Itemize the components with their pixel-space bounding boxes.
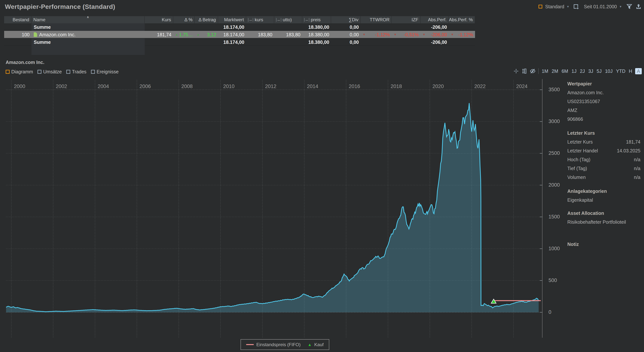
column-header-abs_perf_pct[interactable]: Abs.Perf. % — [449, 16, 475, 23]
table-row-security[interactable]: 100Amazon.com Inc.181,74▲1,75…▲3,1218.17… — [4, 31, 475, 38]
column-header-name[interactable]: Name∧ — [32, 16, 145, 23]
cell-delta_betrag — [195, 38, 218, 46]
active-tab-icon — [6, 70, 10, 74]
column-header-ttwror[interactable]: TTWROR — [361, 16, 392, 23]
info-line: Amazon.com Inc. — [567, 88, 640, 97]
kauf-legend-label: Kauf — [314, 342, 324, 347]
chevron-down-icon[interactable]: ▾ — [567, 5, 569, 8]
vertical-scale-icon[interactable] — [522, 68, 527, 74]
x-axis-label: 2002 — [56, 84, 67, 89]
period-button-10j[interactable]: 10J — [605, 68, 613, 74]
cell-value: 181,74 — [157, 32, 172, 37]
cell-delta_betrag: ▲3,12 — [195, 31, 218, 38]
column-header-label: Δ Betrag — [198, 17, 216, 22]
triangle-down-icon: ▼ — [422, 33, 426, 36]
view-type-icon — [538, 5, 542, 8]
sorted-column-shade — [32, 46, 145, 55]
cell-marktwert: 18.174,00 — [218, 38, 246, 46]
security-title: Amazon.com Inc. — [6, 60, 44, 65]
column-header-einstandskurs[interactable]: ↔kurs — [246, 16, 274, 23]
export-icon[interactable] — [635, 3, 642, 10]
kauf-marker[interactable] — [491, 299, 496, 303]
column-header-label: TTWROR — [370, 17, 390, 22]
filter-icon[interactable] — [626, 3, 632, 10]
cell-izf: ▼-0,51% — [392, 31, 420, 38]
security-name-label: Summe — [34, 39, 51, 45]
table-row-sum[interactable]: Summe18.174,0018.380,000,00-206,00 — [4, 23, 475, 31]
tab-icon — [91, 70, 95, 74]
x-axis-label: 2018 — [391, 84, 402, 89]
info-pair-label: Hoch (Tag) — [567, 157, 590, 162]
tab-label: Ereignisse — [97, 69, 119, 74]
period-button-6m[interactable]: 6M — [561, 68, 569, 74]
cell-einstandspreis: 18.380,00 — [302, 31, 331, 38]
info-pair-value: n/a — [634, 157, 640, 162]
column-header-kurs[interactable]: Kurs — [145, 16, 173, 23]
chart-canvas: 2000200220042006200820102012201420162018… — [6, 79, 543, 338]
x-axis-label: 2008 — [182, 84, 193, 89]
toolbar-divider — [538, 68, 539, 74]
period-button-1j[interactable]: 1J — [571, 68, 577, 74]
cell-name: Summe — [32, 23, 145, 31]
chart-period-buttons: 1M2M6M1J2J3J5J10JYTDHA — [541, 68, 642, 74]
period-button-h[interactable]: H — [628, 68, 632, 74]
column-header-label: Δ % — [184, 17, 192, 22]
cell-value: -1,12% — [458, 32, 473, 37]
period-button-ytd[interactable]: YTD — [616, 68, 626, 74]
info-pair: Volumenn/a — [567, 173, 640, 182]
tab-diagramm[interactable]: Diagramm — [6, 69, 33, 74]
column-header-label: Marktwert — [224, 17, 244, 22]
tab-trades[interactable]: Trades — [66, 69, 86, 74]
y-axis-label: 500 — [548, 278, 557, 283]
tab-ereignisse[interactable]: Ereignisse — [91, 69, 119, 74]
column-header-brutto[interactable]: ↔utto) — [274, 16, 302, 23]
period-button-5j[interactable]: 5J — [596, 68, 602, 74]
crosshair-icon[interactable] — [514, 68, 519, 74]
table-row-sum[interactable]: Summe18.174,0018.380,000,00-206,00 — [4, 38, 475, 46]
x-axis-label: 2006 — [140, 84, 151, 89]
period-button-2m[interactable]: 2M — [551, 68, 559, 74]
x-axis-label: 2004 — [98, 84, 109, 89]
info-group-heading: Letzter Kurs — [567, 129, 640, 138]
cell-izf — [392, 23, 420, 31]
hide-markers-icon[interactable] — [530, 68, 536, 74]
column-header-sum_div[interactable]: ∑Div — [331, 16, 361, 23]
x-axis-label: 2010 — [223, 84, 234, 89]
column-header-abs_perf[interactable]: Abs.Perf. — [420, 16, 449, 23]
triangle-down-icon: ▼ — [362, 33, 366, 36]
period-button-3j[interactable]: 3J — [588, 68, 594, 74]
squeezed-column-icon: ↔ — [276, 18, 281, 22]
cell-value: 0,00 — [350, 39, 359, 45]
cell-einstandskurs: 183,80 — [246, 31, 274, 38]
triangle-up-icon: ▲ — [197, 33, 200, 36]
tab-umsätze[interactable]: Umsätze — [38, 69, 62, 74]
column-header-delta_pct[interactable]: Δ % — [173, 16, 195, 23]
view-selector[interactable]: Standard — [545, 4, 564, 9]
cell-delta_pct — [173, 23, 195, 31]
column-header-label: Bestand — [12, 17, 29, 22]
column-header-label: ∑Div — [349, 17, 358, 22]
chart-legend: Einstandspreis (FIFO) ▲ Kauf — [240, 339, 329, 350]
period-button-a[interactable]: A — [635, 68, 642, 74]
add-view-icon[interactable] — [573, 4, 579, 9]
cell-einstandspreis: 18.380,00 — [302, 23, 331, 31]
price-chart[interactable]: 2000200220042006200820102012201420162018… — [6, 79, 543, 338]
info-line: US0231351067 — [567, 97, 640, 106]
period-button-1m[interactable]: 1M — [541, 68, 549, 74]
period-button-2j[interactable]: 2J — [580, 68, 585, 74]
column-header-marktwert[interactable]: Marktwert — [218, 16, 246, 23]
tab-icon — [38, 70, 42, 74]
column-header-izf[interactable]: IZF — [392, 16, 420, 23]
chevron-down-icon[interactable]: ▾ — [620, 5, 622, 8]
report-period-selector[interactable]: Seit 01.01.2000 — [584, 4, 617, 9]
cell-ttwror: ▼-1,12% — [361, 31, 392, 38]
triangle-up-icon: ▲ — [175, 33, 178, 36]
info-pair-value: 181,74 — [626, 139, 640, 145]
column-header-bestand[interactable]: Bestand — [4, 16, 32, 23]
column-header-delta_betrag[interactable]: Δ Betrag — [195, 16, 218, 23]
security-name-label: Summe — [34, 24, 51, 30]
tab-icon — [66, 70, 70, 74]
column-header-label: utto) — [283, 17, 292, 22]
column-header-einstandspreis[interactable]: ↔preis — [302, 16, 331, 23]
info-group-heading: Notiz — [567, 240, 640, 249]
